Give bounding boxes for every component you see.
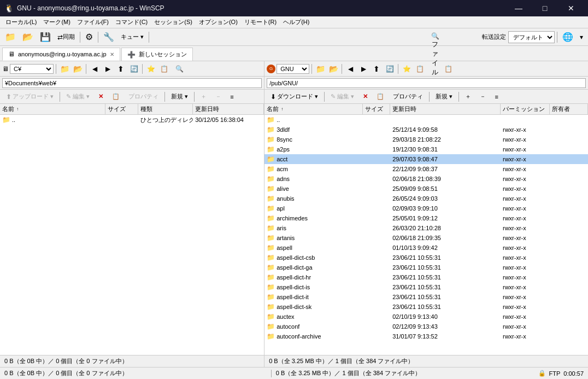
tab-close-1[interactable]: ✕ [110,51,114,57]
toolbar-btn-5[interactable]: 🔧 [101,31,117,44]
right-file-row[interactable]: 📁 aspell-dict-csb 23/06/21 10:55:31 rwxr… [264,253,588,263]
right-btn-more[interactable]: ≡ [491,91,502,102]
right-nav-folder[interactable]: 📁 [314,63,326,75]
left-col-size[interactable]: サイズ [105,104,138,114]
left-address-input[interactable] [2,78,262,88]
menu-command[interactable]: コマンド(C) [112,17,151,27]
left-col-name[interactable]: 名前↑ [0,104,105,114]
left-nav-fwd[interactable]: ▶ [102,63,114,75]
right-file-row[interactable]: 📁 aspell 01/10/13 9:09:42 rwxr-xr-x [264,243,588,253]
right-file-row[interactable]: 📁 acm 22/12/09 9:08:37 rwxr-xr-x [264,164,588,174]
tab-session-1[interactable]: 🖥 anonymous@ring.u-toyama.ac.jp ✕ [2,48,120,61]
toolbar-btn-globe[interactable]: 🌐 [560,31,576,44]
right-col-perm[interactable]: パーミッション [501,104,550,114]
queue-button[interactable]: キュー ▾ [118,31,146,44]
toolbar-btn-2[interactable]: 📂 [20,31,36,44]
right-search[interactable]: 🔍 ファイルの検索 [429,63,441,75]
right-file-row[interactable]: 📁 8sync 29/03/18 21:08:22 rwxr-xr-x [264,135,588,144]
right-col-size[interactable]: サイズ [363,104,390,114]
left-edit-button[interactable]: ✎ 編集 ▾ [62,91,93,102]
left-btn-open[interactable]: 📂 [72,63,84,75]
menu-mark[interactable]: マーク(M) [40,17,74,27]
menu-help[interactable]: ヘルプ(H) [280,17,313,27]
menu-remote[interactable]: リモート(R) [241,17,280,27]
menu-file[interactable]: ファイル(F) [74,17,112,27]
close-button[interactable]: ✕ [558,0,584,16]
right-btn-plus[interactable]: ＋ [461,91,475,102]
left-btn-plus[interactable]: ＋ [197,91,210,102]
toolbar-btn-4[interactable]: ⚙ [83,31,96,44]
left-file-row-dotdot[interactable]: 📁 .. ひとつ上のディレクトリ 30/12/05 16:38:04 [0,115,264,125]
right-nav-fwd[interactable]: ▶ [357,63,369,75]
left-properties-button[interactable]: プロパティ [125,91,162,102]
menu-option[interactable]: オプション(O) [196,17,241,27]
left-btn-copy[interactable]: 📋 [108,91,124,102]
right-edit-button[interactable]: ✎ 編集 ▾ [327,91,358,102]
right-file-row[interactable]: 📁 archimedes 25/05/01 9:09:12 rwxr-xr-x [264,213,588,223]
right-file-row[interactable]: 📁 aspell-dict-hr 23/06/21 10:55:31 rwxr-… [264,272,588,282]
right-file-row[interactable]: 📁 adns 02/06/18 21:08:39 rwxr-xr-x [264,174,588,184]
right-file-row[interactable]: 📁 acct 29/07/03 9:08:47 rwxr-xr-x [264,154,588,164]
left-nav-history[interactable]: 📋 [158,63,170,75]
right-address-input[interactable] [267,78,586,88]
right-file-row[interactable]: 📁 aspell-dict-is 23/06/21 10:55:31 rwxr-… [264,282,588,292]
right-file-row[interactable]: 📁 alive 25/09/09 9:08:51 rwxr-xr-x [264,184,588,194]
right-btn-minus[interactable]: － [476,91,490,102]
minimize-button[interactable]: — [506,0,531,16]
left-nav-up[interactable]: ⬆ [115,63,127,75]
right-file-row[interactable]: 📁 aris 26/03/20 21:10:28 rwxr-xr-x [264,223,588,233]
right-file-row[interactable]: 📁 a2ps 19/12/30 9:08:31 rwxr-xr-x [264,144,588,154]
left-btn-minus[interactable]: － [211,91,225,102]
left-btn-x[interactable]: ✕ [95,91,107,102]
menu-session[interactable]: セッション(S) [151,17,196,27]
right-path-combo[interactable]: GNU [277,64,309,74]
left-btn-more[interactable]: ≡ [226,91,237,102]
menu-local[interactable]: ローカル(L) [2,17,40,27]
right-file-row[interactable]: 📁 aspell-dict-ga 23/06/21 10:55:31 rwxr-… [264,263,588,272]
right-properties-button[interactable]: プロパティ [389,91,427,102]
left-nav-bookmark[interactable]: ⭐ [145,63,157,75]
right-file-row[interactable]: 📁 anubis 26/05/24 9:09:03 rwxr-xr-x [264,194,588,203]
right-nav-history[interactable]: 📋 [414,63,426,75]
right-nav-up[interactable]: ⬆ [371,63,383,75]
left-nav-back[interactable]: ◀ [89,63,101,75]
sync-button[interactable]: ⇄ 同期 [55,31,78,44]
right-file-row[interactable]: 📁 3dldf 25/12/14 9:09:58 rwxr-xr-x [264,125,588,135]
left-nav-refresh[interactable]: 🔄 [128,63,140,75]
right-file-row[interactable]: 📁 autoconf 02/12/09 9:13:43 rwxr-xr-x [264,322,588,331]
right-file-row[interactable]: 📁 autoconf-archive 31/01/07 9:13:52 rwxr… [264,331,588,341]
left-col-type[interactable]: 種類 [138,104,193,114]
right-file-list-body[interactable]: 📁 .. 📁 3dldf 25/12/14 9:09:58 rwxr-xr-x … [264,115,588,355]
right-delete-button[interactable]: ✕ [359,91,372,102]
right-file-row[interactable]: 📁 aspell-dict-it 23/06/21 10:55:31 rwxr-… [264,292,588,302]
right-nav-back[interactable]: ◀ [344,63,356,75]
right-file-row[interactable]: 📁 aspell-dict-sk 23/06/21 10:55:31 rwxr-… [264,302,588,312]
right-file-row[interactable]: 📁 auctex 02/10/19 9:13:40 rwxr-xr-x [264,312,588,322]
right-col-name[interactable]: 名前↑ [264,104,363,114]
tab-new-session[interactable]: ➕ 新しいセッション [121,48,193,61]
transfer-select[interactable]: デフォルト [508,31,555,43]
maximize-button[interactable]: □ [532,0,557,16]
toolbar-btn-arrow[interactable]: ▾ [577,31,586,44]
left-new-button[interactable]: 新規 ▾ [167,91,192,102]
right-nav-refresh[interactable]: 🔄 [384,63,396,75]
left-search[interactable]: 🔍 [173,63,185,75]
left-path-combo[interactable]: C¥ [10,64,54,74]
right-col-date[interactable]: 更新日時 [390,104,501,114]
right-nav-bookmark[interactable]: ⭐ [401,63,413,75]
right-new-button[interactable]: 新規 ▾ [432,91,456,102]
right-col-owner[interactable]: 所有者 [550,104,588,114]
right-file-row[interactable]: 📁 apl 02/09/03 9:09:10 rwxr-xr-x [264,203,588,213]
toolbar-btn-3[interactable]: 💾 [37,31,54,44]
left-col-date[interactable]: 更新日時 [193,104,264,114]
right-search-more[interactable]: 📋 [442,63,454,75]
left-file-list-body[interactable]: 📁 .. ひとつ上のディレクトリ 30/12/05 16:38:04 [0,115,264,355]
right-btn-copy[interactable]: 📋 [373,91,388,102]
toolbar-btn-1[interactable]: 📁 [2,31,19,44]
download-button[interactable]: ⬇ ダウンロード ▾ [267,91,322,102]
right-file-row[interactable]: 📁 artanis 02/06/18 21:09:35 rwxr-xr-x [264,233,588,243]
left-nav-folder[interactable]: 📁 [58,63,70,75]
right-btn-open[interactable]: 📂 [327,63,339,75]
upload-button[interactable]: ⬆ アップロード ▾ [2,91,57,102]
right-file-row[interactable]: 📁 .. [264,115,588,125]
